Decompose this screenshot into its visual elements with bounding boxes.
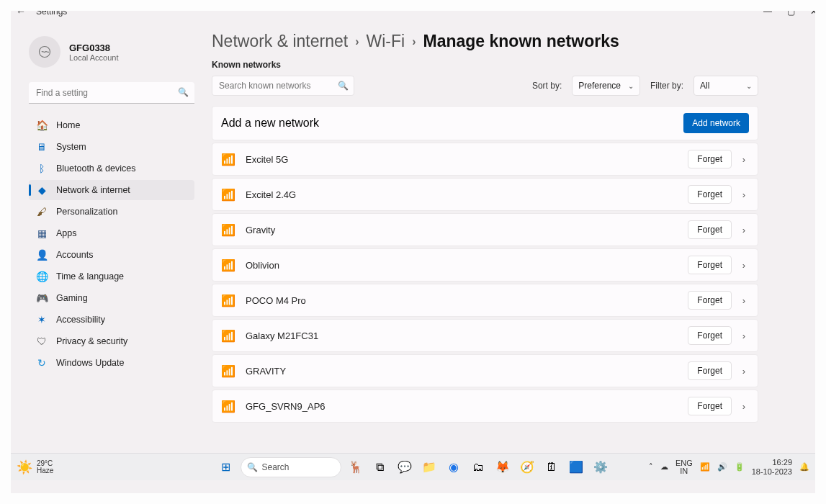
chevron-right-icon[interactable]: › <box>739 260 749 271</box>
taskbar-search[interactable]: 🔍 Search <box>241 457 341 477</box>
filter-by-label: Filter by: <box>650 81 683 91</box>
breadcrumb-root[interactable]: Network & internet <box>212 32 348 51</box>
chevron-right-icon[interactable]: › <box>739 295 749 306</box>
network-row[interactable]: 📶OblivionForget› <box>212 248 758 282</box>
bluetooth-icon: ᛒ <box>36 163 48 174</box>
sidebar-item-gaming[interactable]: 🎮Gaming <box>29 288 194 308</box>
app-icon[interactable]: 🗓 <box>542 457 562 477</box>
time-icon: 🌐 <box>36 271 48 282</box>
breadcrumb-mid[interactable]: Wi-Fi <box>367 32 405 51</box>
sidebar-item-privacy[interactable]: 🛡Privacy & security <box>29 331 194 351</box>
sidebar-item-label: Accessibility <box>56 315 105 325</box>
breadcrumb-current: Manage known networks <box>423 32 619 51</box>
forget-button[interactable]: Forget <box>688 150 732 168</box>
network-name: Galaxy M21FC31 <box>246 330 688 341</box>
add-network-label: Add a new network <box>221 117 319 130</box>
file-explorer-icon[interactable]: 📁 <box>419 457 439 477</box>
app-icon[interactable]: 🧭 <box>517 457 537 477</box>
app-icon[interactable]: 🟦 <box>566 457 586 477</box>
forget-button[interactable]: Forget <box>688 185 732 204</box>
sidebar-item-personalization[interactable]: 🖌Personalization <box>29 202 194 222</box>
network-row[interactable]: 📶GravityForget› <box>212 213 758 246</box>
add-network-button[interactable]: Add network <box>683 113 749 133</box>
chevron-right-icon[interactable]: › <box>739 401 749 412</box>
sidebar-item-label: Home <box>56 120 80 130</box>
forget-button[interactable]: Forget <box>688 256 732 274</box>
chevron-right-icon[interactable]: › <box>739 330 749 341</box>
onedrive-icon[interactable]: ☁ <box>660 462 668 472</box>
start-button[interactable]: ⊞ <box>216 457 236 477</box>
home-icon: 🏠 <box>36 120 48 131</box>
personalization-icon: 🖌 <box>36 206 48 217</box>
taskbar-app-icon[interactable]: 🦌 <box>346 457 366 477</box>
sidebar-item-label: Windows Update <box>56 358 125 368</box>
chat-icon[interactable]: 💬 <box>395 457 415 477</box>
forget-button[interactable]: Forget <box>688 397 732 415</box>
search-icon: 🔍 <box>338 81 349 91</box>
sidebar-item-update[interactable]: ↻Windows Update <box>29 353 194 373</box>
minimize-button[interactable]: — <box>763 6 773 17</box>
chevron-right-icon[interactable]: › <box>739 366 749 377</box>
sort-by-select[interactable]: Preference ⌄ <box>572 76 640 96</box>
wifi-tray-icon[interactable]: 📶 <box>700 462 710 472</box>
firefox-icon[interactable]: 🦊 <box>493 457 513 477</box>
network-row[interactable]: 📶Galaxy M21FC31Forget› <box>212 319 758 352</box>
sidebar-item-label: Privacy & security <box>56 336 127 346</box>
back-button[interactable]: ← <box>16 6 26 17</box>
chevron-down-icon: ⌄ <box>746 82 752 90</box>
network-row[interactable]: 📶Excitel 5GForget› <box>212 143 758 176</box>
filter-by-select[interactable]: All ⌄ <box>693 76 758 96</box>
taskbar-clock[interactable]: 16:29 18-10-2023 <box>752 458 792 475</box>
sidebar-item-apps[interactable]: ▦Apps <box>29 223 194 243</box>
taskbar-search-label: Search <box>262 462 289 472</box>
sidebar-item-network[interactable]: ◆Network & internet <box>29 180 194 200</box>
notifications-icon[interactable]: 🔔 <box>799 462 809 472</box>
network-row[interactable]: 📶GFG_SVRN9_AP6Forget› <box>212 390 758 423</box>
forget-button[interactable]: Forget <box>688 291 732 310</box>
forget-button[interactable]: Forget <box>688 220 732 239</box>
taskbar-weather[interactable]: ☀️ 29°C Haze <box>17 459 53 475</box>
network-row[interactable]: 📶Excitel 2.4GForget› <box>212 178 758 211</box>
forget-button[interactable]: Forget <box>688 326 732 345</box>
search-networks[interactable]: 🔍 <box>212 76 354 96</box>
find-setting-input[interactable] <box>29 82 194 104</box>
search-networks-input[interactable] <box>212 76 354 96</box>
chevron-right-icon[interactable]: › <box>739 154 749 165</box>
sidebar-item-system[interactable]: 🖥System <box>29 137 194 157</box>
sidebar-item-label: Accounts <box>56 250 93 260</box>
weather-temp: 29°C <box>37 460 53 467</box>
forget-button[interactable]: Forget <box>688 361 732 380</box>
tray-chevron-icon[interactable]: ˄ <box>649 462 653 472</box>
volume-tray-icon[interactable]: 🔊 <box>717 462 727 472</box>
taskbar-tray: ˄ ☁ ENG IN 📶 🔊 🔋 16:29 18-10-2023 🔔 <box>649 458 809 475</box>
apps-icon: ▦ <box>36 228 48 239</box>
battery-tray-icon[interactable]: 🔋 <box>735 462 745 472</box>
network-row[interactable]: 📶POCO M4 ProForget› <box>212 284 758 317</box>
maximize-button[interactable]: ▢ <box>786 6 796 17</box>
app-icon[interactable]: 🗂 <box>468 457 488 477</box>
task-view-icon[interactable]: ⧉ <box>370 457 390 477</box>
sidebar-item-accessibility[interactable]: ✶Accessibility <box>29 310 194 330</box>
sidebar-item-label: Personalization <box>56 207 117 217</box>
profile-block[interactable]: GFG0338 Local Account <box>29 36 194 68</box>
sidebar-item-accounts[interactable]: 👤Accounts <box>29 245 194 265</box>
sidebar-item-time[interactable]: 🌐Time & language <box>29 266 194 287</box>
wifi-icon: 📶 <box>221 294 233 307</box>
sidebar-item-label: System <box>56 142 86 152</box>
add-network-row: Add a new network Add network <box>212 106 758 140</box>
lang-indicator-1[interactable]: ENG <box>675 459 693 467</box>
chevron-right-icon[interactable]: › <box>739 189 749 200</box>
find-setting-search[interactable]: 🔍 <box>29 82 194 104</box>
settings-icon[interactable]: ⚙️ <box>591 457 611 477</box>
privacy-icon: 🛡 <box>36 336 48 347</box>
wifi-icon: 📶 <box>221 329 233 343</box>
chevron-right-icon: › <box>355 35 359 48</box>
close-button[interactable]: ✕ <box>809 6 819 17</box>
network-name: Excitel 5G <box>246 154 688 165</box>
sidebar-nav: 🏠Home🖥SystemᛒBluetooth & devices◆Network… <box>29 115 194 373</box>
network-row[interactable]: 📶GRAVITYForget› <box>212 354 758 387</box>
chevron-right-icon[interactable]: › <box>739 225 749 235</box>
sidebar-item-home[interactable]: 🏠Home <box>29 115 194 135</box>
sidebar-item-bluetooth[interactable]: ᛒBluetooth & devices <box>29 158 194 179</box>
edge-icon[interactable]: ◉ <box>444 457 464 477</box>
